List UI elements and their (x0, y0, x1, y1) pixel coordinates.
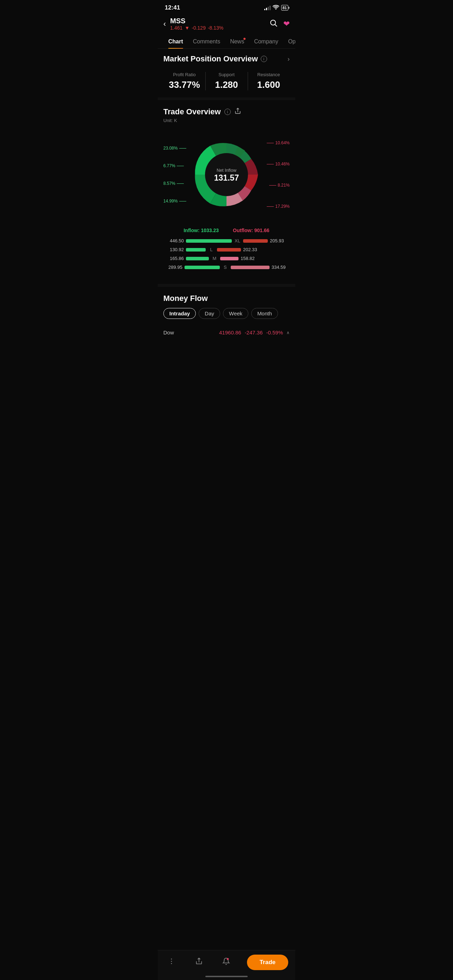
market-chevron-icon[interactable]: › (288, 56, 290, 63)
flow-s-out-val: 334.59 (272, 264, 290, 270)
status-time: 12:41 (165, 4, 180, 11)
resistance-value: 1.600 (248, 80, 290, 90)
flow-inflow-summary: Inflow: 1033.23 (183, 228, 219, 233)
search-button[interactable] (269, 19, 278, 29)
outflow-label: Outflow: (233, 228, 253, 233)
flow-outflow-summary: Outflow: 901.66 (233, 228, 269, 233)
donut-label-left-1: 23.08% (163, 146, 186, 151)
nav-tabs: Chart Comments News Company Options (158, 35, 295, 49)
flow-xl-in-val: 446.50 (163, 238, 184, 243)
flow-bars: 446.50 XL 205.93 130.92 L 202.33 165.86 … (163, 238, 290, 270)
support-label: Support (205, 72, 247, 77)
flow-xl-in-bar (186, 239, 232, 243)
header-right: ❤ (269, 19, 290, 29)
period-tab-day[interactable]: Day (199, 308, 220, 319)
inflow-label: Inflow: (183, 228, 199, 233)
flow-xl-out-bar (243, 239, 268, 243)
wifi-icon (273, 5, 279, 11)
tab-company[interactable]: Company (249, 35, 283, 48)
down-arrow-icon: ▼ (184, 25, 189, 31)
ticker-price: 1.461 ▼ -0.129 -8.13% (170, 25, 223, 31)
donut-label-left-3: 8.57% (163, 181, 186, 186)
profit-ratio-metric: Profit Ratio 33.77% (163, 69, 205, 93)
flow-row-m: 165.86 M 158.82 (163, 256, 290, 261)
flow-s-label: S (222, 264, 229, 270)
trade-overview-header: Trade Overview i (163, 107, 290, 116)
export-icon[interactable] (234, 108, 241, 116)
period-tabs: Intraday Day Week Month (163, 308, 290, 319)
back-button[interactable]: ‹ (163, 19, 166, 29)
header-left: ‹ MSS 1.461 ▼ -0.129 -8.13% (163, 17, 223, 31)
donut-label-left-2: 6.77% (163, 163, 186, 168)
donut-label-right-3: 8.21% (267, 183, 290, 188)
dow-label: Dow (163, 329, 174, 336)
flow-s-in-val: 289.95 (163, 264, 183, 270)
profit-ratio-value: 33.77% (163, 80, 205, 90)
donut-label-right-2: 10.46% (267, 162, 290, 167)
header: ‹ MSS 1.461 ▼ -0.129 -8.13% ❤ (158, 14, 295, 35)
money-flow-section: Money Flow Intraday Day Week Month Dow 4… (158, 287, 295, 346)
flow-xl-out-val: 205.93 (270, 238, 289, 243)
svg-text:131.57: 131.57 (214, 173, 239, 182)
market-info-icon[interactable]: i (261, 56, 267, 62)
period-tab-month[interactable]: Month (251, 308, 278, 319)
metrics-row: Profit Ratio 33.77% Support 1.280 Resist… (163, 69, 290, 93)
donut-svg: Net Inflow 131.57 (189, 138, 264, 212)
market-position-header: Market Position Overview i › (163, 54, 290, 64)
donut-right-labels: 10.64% 10.46% 8.21% 17.29% (267, 129, 290, 221)
ticker-change-pct: -8.13% (208, 25, 223, 31)
flow-l-in-bar (186, 248, 206, 251)
dow-price: 41960.86 (219, 329, 241, 336)
period-tab-intraday[interactable]: Intraday (163, 308, 196, 319)
flow-row-l: 130.92 L 202.33 (163, 247, 290, 252)
dow-values: 41960.86 -247.36 -0.59% ∧ (219, 329, 290, 336)
signal-bars-icon (264, 5, 270, 10)
dow-pct: -0.59% (266, 329, 283, 336)
trade-info-icon[interactable]: i (224, 109, 231, 115)
battery-icon: 81 (281, 5, 288, 11)
flow-l-label: L (208, 247, 215, 252)
flow-row-s: 289.95 S 334.59 (163, 264, 290, 270)
donut-label-right-4: 17.29% (267, 204, 290, 209)
battery-level: 81 (283, 6, 287, 10)
money-flow-title: Money Flow (163, 294, 290, 303)
resistance-metric: Resistance 1.600 (248, 69, 290, 93)
tab-options[interactable]: Options (283, 35, 295, 48)
donut-left-labels: 23.08% 6.77% 8.57% 14.99% (163, 129, 186, 221)
flow-m-in-val: 165.86 (163, 256, 184, 261)
resistance-label: Resistance (248, 72, 290, 77)
flow-l-out-bar (217, 248, 241, 251)
market-position-title-row: Market Position Overview i (163, 54, 267, 64)
donut-label-right-1: 10.64% (267, 140, 290, 145)
flow-m-in-bar (186, 257, 209, 260)
market-position-title: Market Position Overview (163, 54, 258, 64)
flow-m-out-val: 158.82 (241, 256, 260, 261)
svg-point-0 (270, 20, 275, 25)
favorite-button[interactable]: ❤ (283, 19, 290, 29)
period-tab-week[interactable]: Week (223, 308, 248, 319)
svg-line-1 (275, 24, 277, 27)
support-value: 1.280 (205, 80, 247, 90)
flow-s-out-bar (231, 266, 270, 269)
flow-row-xl: 446.50 XL 205.93 (163, 238, 290, 243)
dow-row: Dow 41960.86 -247.36 -0.59% ∧ (163, 326, 290, 339)
trade-overview-section: Trade Overview i Unit: K 23.08% 6.77% (158, 100, 295, 287)
inflow-value: 1033.23 (201, 228, 219, 233)
donut-chart-container: 23.08% 6.77% 8.57% 14.99% (163, 129, 290, 221)
flow-xl-label: XL (234, 238, 241, 243)
flow-summary: Inflow: 1033.23 Outflow: 901.66 (163, 228, 290, 233)
dow-expand-icon[interactable]: ∧ (286, 330, 290, 335)
dow-change: -247.36 (245, 329, 263, 336)
flow-s-in-bar (184, 266, 220, 269)
flow-l-out-val: 202.33 (243, 247, 262, 252)
profit-ratio-label: Profit Ratio (163, 72, 205, 77)
tab-chart[interactable]: Chart (163, 35, 188, 48)
ticker-price-value: 1.461 (170, 25, 183, 31)
flow-l-in-val: 130.92 (163, 247, 184, 252)
ticker-info: MSS 1.461 ▼ -0.129 -8.13% (170, 17, 223, 31)
unit-label: Unit: K (163, 118, 290, 123)
tab-comments[interactable]: Comments (188, 35, 225, 48)
news-dot (243, 38, 246, 40)
flow-m-label: M (211, 256, 218, 261)
tab-news[interactable]: News (225, 35, 249, 48)
